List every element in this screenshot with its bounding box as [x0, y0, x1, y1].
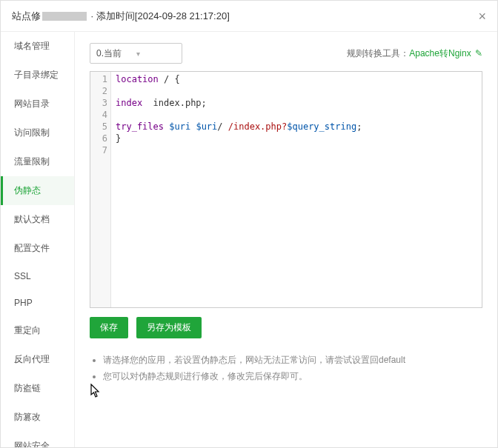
tool-right: 规则转换工具：Apache转Nginx ✎ — [347, 47, 482, 60]
title-obscured — [42, 12, 87, 21]
site-modal: 站点修 · 添加时间[2024-09-28 21:17:20] × 域名管理子目… — [0, 0, 498, 448]
select-value: 0.当前 — [96, 47, 136, 60]
chevron-down-icon: ▾ — [136, 50, 176, 58]
sidebar-item-9[interactable]: PHP — [1, 290, 74, 316]
modal-header: 站点修 · 添加时间[2024-09-28 21:17:20] × — [1, 1, 497, 32]
modal-body: 域名管理子目录绑定网站目录访问限制流量限制伪静态默认文档配置文件SSLPHP重定… — [1, 32, 497, 447]
sidebar-item-4[interactable]: 流量限制 — [1, 147, 74, 176]
toolbar: 0.当前 ▾ 规则转换工具：Apache转Nginx ✎ — [90, 43, 482, 64]
sidebar-item-11[interactable]: 反向代理 — [1, 345, 74, 374]
template-select[interactable]: 0.当前 ▾ — [90, 43, 182, 64]
save-template-button[interactable]: 另存为模板 — [136, 317, 202, 338]
tool-label: 规则转换工具： — [347, 48, 409, 58]
edit-icon: ✎ — [475, 48, 482, 58]
save-button[interactable]: 保存 — [90, 317, 128, 338]
tip-item: 您可以对伪静态规则进行修改，修改完后保存即可。 — [103, 368, 482, 384]
modal-title: 站点修 · 添加时间[2024-09-28 21:17:20] — [12, 10, 230, 23]
sidebar-item-14[interactable]: 网站安全 — [1, 432, 74, 447]
actions: 保存 另存为模板 — [90, 317, 482, 338]
sidebar-item-7[interactable]: 配置文件 — [1, 234, 74, 263]
main-panel: 0.当前 ▾ 规则转换工具：Apache转Nginx ✎ 1234567 loc… — [75, 32, 497, 447]
sidebar-item-3[interactable]: 访问限制 — [1, 118, 74, 147]
sidebar-item-6[interactable]: 默认文档 — [1, 205, 74, 234]
close-icon[interactable]: × — [478, 10, 486, 23]
tips-list: 请选择您的应用，若设置伪静态后，网站无法正常访问，请尝试设置回default您可… — [90, 352, 482, 384]
title-suffix: · 添加时间[2024-09-28 21:17:20] — [88, 10, 230, 21]
sidebar-item-8[interactable]: SSL — [1, 263, 74, 290]
sidebar-item-13[interactable]: 防篡改 — [1, 403, 74, 432]
sidebar-item-12[interactable]: 防盗链 — [1, 374, 74, 403]
sidebar-item-1[interactable]: 子目录绑定 — [1, 61, 74, 90]
editor-gutter: 1234567 — [90, 72, 111, 307]
sidebar-item-10[interactable]: 重定向 — [1, 316, 74, 345]
apache-to-nginx-link[interactable]: Apache转Nginx ✎ — [409, 48, 482, 58]
title-prefix: 站点修 — [12, 10, 41, 21]
code-editor[interactable]: 1234567 location / { index index.php; tr… — [90, 71, 482, 308]
sidebar-item-2[interactable]: 网站目录 — [1, 90, 74, 118]
tip-item: 请选择您的应用，若设置伪静态后，网站无法正常访问，请尝试设置回default — [103, 352, 482, 368]
sidebar-item-0[interactable]: 域名管理 — [1, 32, 74, 61]
sidebar-item-5[interactable]: 伪静态 — [1, 176, 74, 205]
editor-code[interactable]: location / { index index.php; try_files … — [111, 72, 482, 307]
sidebar: 域名管理子目录绑定网站目录访问限制流量限制伪静态默认文档配置文件SSLPHP重定… — [1, 32, 75, 447]
